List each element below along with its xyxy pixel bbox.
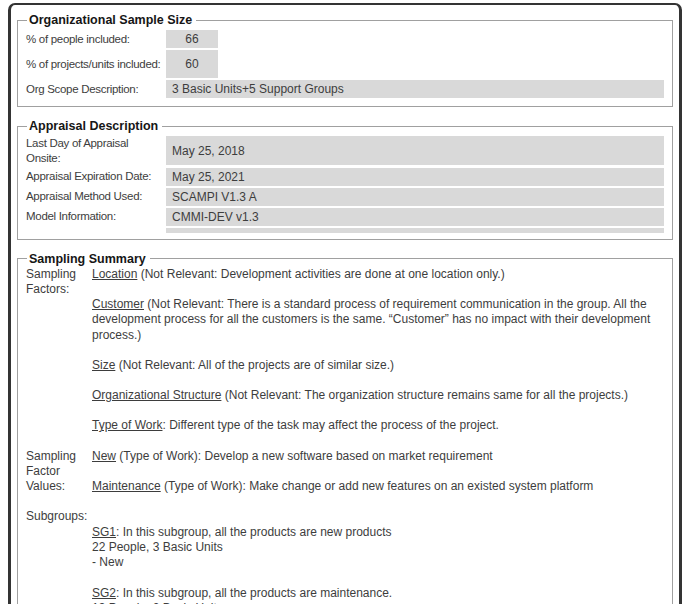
- people-included-row: % of people included: 66: [26, 30, 664, 48]
- factor-value-item-new: New (Type of Work): Develop a new softwa…: [92, 449, 664, 464]
- factor-value-term: New: [92, 449, 116, 463]
- org-scope-label: Org Scope Description:: [26, 82, 166, 97]
- projects-included-row: % of projects/units included: 60: [26, 50, 664, 78]
- onsite-date-label: Last Day of Appraisal Onsite:: [26, 136, 166, 166]
- subgroup-detail-line: - New: [92, 555, 664, 570]
- factor-item-type-of-work: Type of Work: Different type of the task…: [92, 418, 664, 433]
- subgroup-term: SG1: [92, 525, 116, 539]
- factor-term: Size: [92, 358, 115, 372]
- subgroup-title-line: SG2: In this subgroup, all the products …: [92, 586, 664, 601]
- model-information-row: Model Information: CMMI-DEV v1.3: [26, 208, 664, 226]
- factor-term: Organizational Structure: [92, 388, 221, 402]
- factor-value-term: Maintenance: [92, 479, 161, 493]
- people-included-label: % of people included:: [26, 32, 166, 47]
- subgroups-row: Subgroups: SG1: In this subgroup, all th…: [26, 509, 664, 604]
- sampling-factors-row: Sampling Factors: Location (Not Relevant…: [26, 267, 664, 449]
- factor-text: (Not Relevant: The organization structur…: [221, 388, 628, 402]
- factor-term: Type of Work: [92, 418, 162, 432]
- sampling-summary-title: Sampling Summary: [27, 252, 150, 266]
- sampling-summary-section: Sampling Summary Sampling Factors: Locat…: [17, 252, 673, 604]
- model-information-field[interactable]: CMMI-DEV v1.3: [166, 208, 664, 226]
- factor-value-text: (Type of Work): Develop a new software b…: [116, 449, 493, 463]
- factor-value-item-maintenance: Maintenance (Type of Work): Make change …: [92, 479, 664, 494]
- onsite-date-field[interactable]: May 25, 2018: [166, 136, 664, 165]
- expiration-date-field[interactable]: May 25, 2021: [166, 168, 664, 186]
- factor-text: : Different type of the task may affect …: [162, 418, 498, 432]
- sampling-factors-content: Location (Not Relevant: Development acti…: [92, 267, 664, 449]
- factor-item-customer: Customer (Not Relevant: There is a stand…: [92, 297, 664, 343]
- subgroup-list: SG1: In this subgroup, all the products …: [92, 525, 664, 604]
- sampling-factor-values-content: New (Type of Work): Develop a new softwa…: [92, 449, 664, 509]
- subgroup-text: : In this subgroup, all the products are…: [116, 586, 392, 600]
- expiration-date-label: Appraisal Expiration Date:: [26, 169, 166, 184]
- subgroup-title-line: SG1: In this subgroup, all the products …: [92, 525, 664, 540]
- subgroup-term: SG2: [92, 586, 116, 600]
- subgroup-detail-line: 22 People, 3 Basic Units: [92, 540, 664, 555]
- sampling-factor-values-label: Sampling Factor Values:: [26, 449, 92, 509]
- method-used-row: Appraisal Method Used: SCAMPI V1.3 A: [26, 188, 664, 206]
- appraisal-description-section: Appraisal Description Last Day of Apprai…: [17, 119, 673, 240]
- factor-item-org-structure: Organizational Structure (Not Relevant: …: [92, 388, 664, 403]
- subgroup-sg1: SG1: In this subgroup, all the products …: [92, 525, 664, 571]
- appraisal-description-title: Appraisal Description: [27, 119, 162, 133]
- partial-field-strip: [166, 228, 664, 233]
- org-sample-size-section: Organizational Sample Size % of people i…: [17, 13, 673, 107]
- projects-included-label: % of projects/units included:: [26, 57, 166, 72]
- content-frame: Organizational Sample Size % of people i…: [8, 3, 682, 604]
- org-scope-field[interactable]: 3 Basic Units+5 Support Groups: [166, 80, 664, 98]
- factor-text: (Not Relevant: Development activities ar…: [137, 267, 504, 281]
- onsite-date-row: Last Day of Appraisal Onsite: May 25, 20…: [26, 136, 664, 166]
- subgroup-sg2: SG2: In this subgroup, all the products …: [92, 586, 664, 604]
- factor-item-location: Location (Not Relevant: Development acti…: [92, 267, 664, 282]
- people-included-field[interactable]: 66: [166, 30, 218, 48]
- expiration-date-row: Appraisal Expiration Date: May 25, 2021: [26, 168, 664, 186]
- sampling-factor-values-row: Sampling Factor Values: New (Type of Wor…: [26, 449, 664, 509]
- subgroup-text: : In this subgroup, all the products are…: [116, 525, 392, 539]
- method-used-label: Appraisal Method Used:: [26, 189, 166, 204]
- factor-term: Customer: [92, 297, 144, 311]
- factor-text: (Not Relevant: All of the projects are o…: [115, 358, 394, 372]
- subgroups-label: Subgroups:: [26, 509, 92, 604]
- model-information-label: Model Information:: [26, 209, 166, 224]
- factor-term: Location: [92, 267, 137, 281]
- org-scope-row: Org Scope Description: 3 Basic Units+5 S…: [26, 80, 664, 98]
- factor-item-size: Size (Not Relevant: All of the projects …: [92, 358, 664, 373]
- factor-text: (Not Relevant: There is a standard proce…: [92, 297, 650, 341]
- org-sample-size-title: Organizational Sample Size: [27, 13, 196, 27]
- subgroups-content: SG1: In this subgroup, all the products …: [92, 509, 664, 604]
- sampling-factors-label: Sampling Factors:: [26, 267, 92, 449]
- factor-value-text: (Type of Work): Make change or add new f…: [161, 479, 594, 493]
- projects-included-field[interactable]: 60: [166, 50, 218, 78]
- method-used-field[interactable]: SCAMPI V1.3 A: [166, 188, 664, 206]
